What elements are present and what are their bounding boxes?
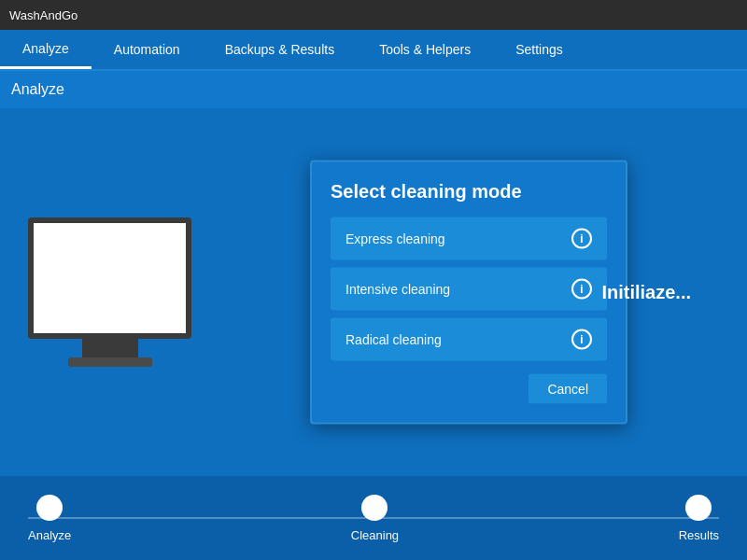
dialog-title: Select cleaning mode <box>331 181 607 203</box>
step-circle-analyze <box>36 495 63 521</box>
app-title: WashAndGo <box>9 8 78 22</box>
step-label-cleaning: Cleaning <box>351 528 399 542</box>
nav-item-analyze[interactable]: Analyze <box>0 30 92 69</box>
nav-item-tools[interactable]: Tools & Helpers <box>357 30 493 69</box>
monitor-base <box>68 357 152 367</box>
nav-item-settings[interactable]: Settings <box>493 30 585 69</box>
page-title: Analyze <box>11 81 64 98</box>
nav-item-backups[interactable]: Backups & Results <box>203 30 358 69</box>
nav-bar: Analyze Automation Backups & Results Too… <box>0 30 747 71</box>
intensive-cleaning-button[interactable]: Intensive cleaning i <box>331 268 607 311</box>
step-cleaning: Cleaning <box>351 495 399 542</box>
initialize-status: Initiliaze... <box>601 282 691 303</box>
step-label-analyze: Analyze <box>28 528 71 542</box>
monitor-stand <box>82 339 138 357</box>
main-content: Select cleaning mode Express cleaning i … <box>0 108 747 476</box>
cleaning-mode-dialog: Select cleaning mode Express cleaning i … <box>310 161 627 425</box>
step-analyze: Analyze <box>28 495 71 542</box>
title-bar: WashAndGo <box>0 0 747 30</box>
page-title-bar: Analyze <box>0 71 747 108</box>
bottom-progress-bar: Analyze Cleaning Results <box>0 476 747 560</box>
express-info-icon[interactable]: i <box>571 229 592 249</box>
nav-item-automation[interactable]: Automation <box>92 30 203 69</box>
step-circle-results <box>685 495 712 521</box>
monitor-illustration <box>28 217 191 367</box>
intensive-info-icon[interactable]: i <box>571 279 592 300</box>
monitor-screen <box>28 217 191 339</box>
step-circle-cleaning <box>361 495 388 521</box>
step-label-results: Results <box>679 528 719 542</box>
radical-cleaning-button[interactable]: Radical cleaning i <box>331 318 607 361</box>
cancel-button[interactable]: Cancel <box>529 374 607 404</box>
radical-info-icon[interactable]: i <box>571 329 592 350</box>
step-results: Results <box>679 495 719 542</box>
progress-track: Analyze Cleaning Results <box>19 495 728 542</box>
express-cleaning-button[interactable]: Express cleaning i <box>331 217 607 260</box>
